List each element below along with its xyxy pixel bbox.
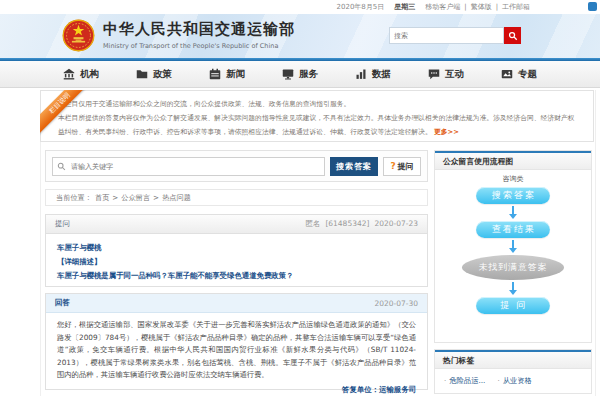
flow-category-label: 咨询类	[435, 174, 591, 184]
notice-line: 益纠纷、有关民事纠纷、行政申诉、控告和诉求等事项，请依照相应法律、法规通过诉讼、…	[58, 128, 432, 136]
flow-step-no-satisfactory-answer: 未找到满意答案	[462, 255, 564, 280]
tag-label: 危险品运...	[449, 376, 485, 386]
topbar-mini-icon[interactable]	[588, 2, 597, 11]
nav-item-services[interactable]: 服务	[282, 68, 318, 81]
site-header: 中华人民共和国交通运输部 Ministry of Transport of th…	[0, 14, 600, 58]
arrow-down-icon	[512, 206, 514, 214]
nav-label: 服务	[299, 68, 318, 81]
link-traditional-chinese[interactable]: 繁体版	[471, 2, 492, 12]
monitor-icon	[282, 68, 294, 80]
tag-dangerous-goods-transport[interactable]: · 危险品运...	[444, 376, 485, 386]
breadcrumb-hot-questions: 热点问题	[162, 193, 191, 203]
question-id: [61485342]	[325, 219, 369, 229]
nav-label: 数据	[372, 68, 391, 81]
question-panel: 提问 匿名 [61485342] 2020-07-23 车厘子与樱桃 【详细描述…	[45, 214, 428, 287]
arrow-down-icon	[512, 240, 514, 248]
more-link[interactable]: 更多>>	[434, 128, 459, 136]
nav-label: 互动	[445, 68, 464, 81]
nav-label: 专题	[518, 68, 537, 81]
nav-item-news[interactable]: 新闻	[209, 68, 245, 81]
flow-step-ask-question[interactable]: 提 问	[476, 297, 550, 314]
folder-icon	[136, 68, 148, 80]
nav-item-topics[interactable]: 专题	[501, 68, 537, 81]
nav-item-data[interactable]: 数据	[355, 68, 391, 81]
breadcrumb: 当前位置： 首页 > 公众留言 > 热点问题	[45, 189, 428, 206]
question-author: 匿名	[305, 219, 320, 229]
link-work-mail[interactable]: 工作邮箱	[502, 2, 530, 12]
answer-search-panel: 搜索答案 ? 提问	[45, 150, 428, 182]
flow-panel-title: 公众留言使用流程图	[435, 151, 591, 170]
answer-header-label: 回答	[55, 298, 70, 308]
question-title: 车厘子与樱桃	[57, 241, 416, 255]
question-date: 2020-07-23	[374, 219, 418, 229]
bar-chart-icon	[355, 68, 367, 80]
question-detail-label: 【详细描述】	[57, 255, 416, 269]
nav-label: 机构	[80, 68, 99, 81]
answer-date: 2020-07-30	[374, 299, 418, 308]
main-navigation: 机构 政策 新闻 服务 数据 互动 专题	[0, 61, 600, 88]
ribbon-corner: 栏目说明	[40, 90, 86, 136]
breadcrumb-public-messages[interactable]: 公众留言	[121, 193, 150, 203]
picture-icon	[501, 68, 513, 80]
answer-unit: 答复单位：运输服务司	[46, 382, 427, 395]
topbar: 2020年8月5日 星期三 移动客户端 | 繁体版 | 工作邮箱	[0, 0, 600, 14]
national-emblem-logo	[62, 19, 95, 52]
message-flow-panel: 公众留言使用流程图 咨询类 搜索答案 查看结果 未找到满意答案 提 问	[434, 150, 592, 343]
notice-line: 本栏目仅用于交通运输部和公众之间的交流，向公众提供政策、法规、政务信息的查询指引…	[58, 97, 583, 111]
nav-item-organization[interactable]: 机构	[63, 68, 99, 81]
current-date: 2020年8月5日	[337, 2, 385, 12]
ask-button-label: 提问	[398, 161, 414, 172]
link-mobile-client[interactable]: 移动客户端	[425, 2, 460, 12]
keyword-search-input[interactable]	[69, 162, 320, 171]
header-search-button[interactable]	[504, 27, 521, 44]
current-weekday: 星期三	[394, 2, 415, 12]
breadcrumb-separator: >	[112, 193, 118, 202]
column-notice-panel: 栏目说明 本栏目仅用于交通运输部和公众之间的交流，向公众提供政策、法规、政务信息…	[40, 90, 594, 142]
search-answers-button[interactable]: 搜索答案	[330, 157, 378, 176]
breadcrumb-home[interactable]: 首页	[95, 193, 109, 203]
hot-tags-panel: 热门标签 · 危险品运... · 从业资格	[434, 349, 592, 394]
answer-body: 您好，根据交通运输部、国家发展改革委《关于进一步完善和落实鲜活农产品运输绿色通道…	[46, 313, 427, 382]
notice-line: 本栏目所提供的答复内容仅作为公众了解交通发展、解决实际问题的指导性意见或建议，不…	[58, 111, 583, 125]
ask-question-button[interactable]: ? 提问	[383, 157, 421, 176]
search-icon	[508, 31, 518, 41]
nav-item-policy[interactable]: 政策	[136, 68, 172, 81]
calendar-icon	[209, 68, 221, 80]
tag-professional-qualification[interactable]: · 从业资格	[497, 376, 531, 386]
flow-step-view-results: 查看结果	[476, 221, 550, 238]
header-search-input[interactable]	[389, 27, 504, 44]
bank-icon	[63, 68, 75, 80]
site-subtitle-english: Ministry of Transport of the People's Re…	[103, 42, 295, 50]
divider: |	[464, 3, 466, 11]
site-title: 中华人民共和国交通运输部	[103, 20, 295, 39]
bullet-icon: ·	[497, 377, 499, 385]
breadcrumb-separator: >	[153, 193, 159, 202]
column-description-ribbon: 栏目说明	[40, 90, 86, 136]
bullet-icon: ·	[444, 377, 446, 385]
question-mark-icon: ?	[390, 161, 395, 171]
arrow-down-icon	[512, 282, 514, 290]
question-body: 车厘子与樱桃是属于同一品种吗？车厘子能不能享受绿色通道免费政策？	[57, 269, 416, 283]
nav-label: 政策	[153, 68, 172, 81]
nav-item-interaction[interactable]: 互动	[428, 68, 464, 81]
search-icon	[57, 162, 66, 171]
divider: |	[496, 3, 498, 11]
answer-panel: 回答 2020-07-30 您好，根据交通运输部、国家发展改革委《关于进一步完善…	[45, 293, 428, 390]
flow-step-search-answers[interactable]: 搜索答案	[476, 187, 550, 204]
tag-label: 从业资格	[503, 376, 532, 386]
speech-bubble-icon	[428, 68, 440, 80]
nav-label: 新闻	[226, 68, 245, 81]
question-header-label: 提问	[55, 219, 70, 229]
hot-tags-title: 热门标签	[435, 350, 591, 369]
breadcrumb-label: 当前位置：	[56, 193, 92, 203]
keyword-input-wrap	[52, 157, 325, 176]
